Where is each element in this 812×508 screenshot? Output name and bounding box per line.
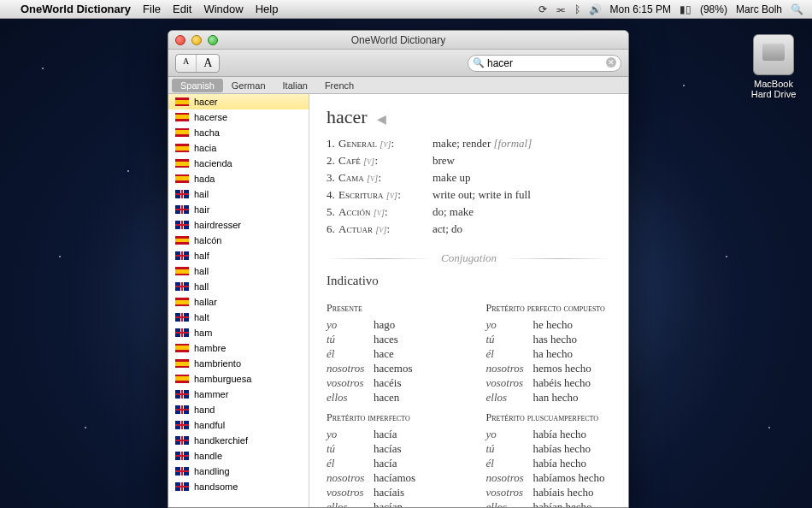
clear-search-icon[interactable]: ✕ <box>606 57 616 68</box>
list-item[interactable]: handkerchief <box>168 433 309 448</box>
close-button[interactable] <box>175 35 185 45</box>
battery-icon[interactable]: ▮▯ <box>680 3 691 15</box>
list-item[interactable]: hall <box>168 263 309 279</box>
list-item[interactable]: hall <box>168 279 309 294</box>
tab-german[interactable]: German <box>223 79 274 92</box>
list-item[interactable]: hail <box>168 186 309 202</box>
list-item[interactable]: hambriento <box>168 356 309 371</box>
pronoun: nosotros <box>327 362 374 375</box>
pronoun: vosotros <box>486 486 533 499</box>
list-item[interactable]: hacha <box>168 125 309 140</box>
def-number: 2. <box>327 154 338 168</box>
conjugation-row: vosotroshacíais <box>327 486 452 499</box>
zoom-button[interactable] <box>208 35 218 45</box>
list-item[interactable]: half <box>168 248 309 263</box>
def-label: General [v]: <box>338 137 432 151</box>
minimize-button[interactable] <box>191 35 202 45</box>
menu-help[interactable]: Help <box>256 3 279 15</box>
sync-icon[interactable]: ⟳ <box>538 3 547 15</box>
list-item-word: hambre <box>194 343 226 353</box>
bluetooth-icon[interactable]: ᛒ <box>574 3 580 15</box>
tab-french[interactable]: French <box>316 79 362 92</box>
list-item[interactable]: handsome <box>168 479 309 494</box>
spotlight-icon[interactable]: 🔍 <box>791 3 803 15</box>
desktop-drive[interactable]: MacBook Hard Drive <box>744 34 803 99</box>
verb-form: haces <box>374 333 398 346</box>
list-item[interactable]: hacienda <box>168 156 309 171</box>
list-item[interactable]: halcón <box>168 233 309 248</box>
list-item[interactable]: hallar <box>168 294 309 310</box>
list-item-word: hambriento <box>194 358 241 369</box>
def-label: Acción [v]: <box>338 205 432 219</box>
pronoun: él <box>327 457 374 470</box>
list-item[interactable]: hairdresser <box>168 217 309 233</box>
list-item[interactable]: hamburguesa <box>168 371 309 387</box>
font-larger-button[interactable]: A <box>197 55 219 72</box>
conjugation-row: nosotroshabíamos hecho <box>486 471 612 485</box>
pronoun: nosotros <box>486 471 533 485</box>
volume-icon[interactable]: 🔊 <box>589 3 602 15</box>
list-item-word: handful <box>194 420 225 430</box>
verb-form: hace <box>374 347 394 361</box>
list-item[interactable]: hada <box>168 171 309 186</box>
tab-italian[interactable]: Italian <box>274 79 316 92</box>
menu-file[interactable]: File <box>143 3 161 15</box>
menubar-user[interactable]: Marc Bolh <box>736 3 782 15</box>
list-item-word: hand <box>194 405 215 415</box>
list-item-word: handsome <box>194 481 238 492</box>
font-smaller-button[interactable]: A <box>176 55 197 72</box>
flag-gb-icon <box>175 251 189 260</box>
pronounce-icon[interactable]: ◀ <box>377 113 386 126</box>
flag-gb-icon <box>175 452 189 460</box>
word-list[interactable]: hacerhacersehachahaciahaciendahadahailha… <box>168 94 309 507</box>
titlebar[interactable]: OneWorld Dictionary <box>168 31 628 50</box>
conjugation-row: vosotroshabíais hecho <box>486 486 612 499</box>
flag-es-icon <box>175 298 189 306</box>
conjugation-row: elloshacían <box>327 500 452 507</box>
pronoun: vosotros <box>486 376 533 390</box>
list-item-word: hacha <box>194 127 220 138</box>
def-text: write out; write in full <box>432 188 531 202</box>
flag-gb-icon <box>175 313 189 322</box>
menubar-clock[interactable]: Mon 6:15 PM <box>610 3 671 15</box>
list-item-word: hada <box>194 174 215 184</box>
list-item[interactable]: hair <box>168 202 309 217</box>
search-input[interactable] <box>468 55 621 72</box>
conjugation-row: túhas hecho <box>486 333 612 346</box>
conjugation-row: túhaces <box>327 333 452 346</box>
def-text: do; make <box>432 205 474 219</box>
flag-es-icon <box>175 267 189 275</box>
list-item[interactable]: hambre <box>168 340 309 356</box>
menu-window[interactable]: Window <box>203 3 243 15</box>
list-item[interactable]: hand <box>168 402 309 417</box>
link-icon[interactable]: ⫘ <box>556 3 566 15</box>
verb-form: habíais hecho <box>533 486 594 499</box>
list-item[interactable]: handful <box>168 417 309 433</box>
list-item-word: ham <box>194 328 212 338</box>
verb-form: habían hecho <box>533 500 592 507</box>
list-item[interactable]: halt <box>168 310 309 325</box>
tab-spanish[interactable]: Spanish <box>172 79 223 92</box>
app-menu[interactable]: OneWorld Dictionary <box>21 3 131 15</box>
menu-edit[interactable]: Edit <box>173 3 191 15</box>
pronoun: vosotros <box>327 486 374 499</box>
verb-form: hacemos <box>374 362 412 375</box>
menubar-battery-pct: (98%) <box>700 3 727 15</box>
list-item[interactable]: hacerse <box>168 109 309 125</box>
list-item[interactable]: handle <box>168 448 309 464</box>
list-item[interactable]: handling <box>168 464 309 479</box>
flag-gb-icon <box>175 421 189 429</box>
verb-form: había hecho <box>533 428 586 441</box>
list-item[interactable]: hacia <box>168 140 309 156</box>
flag-gb-icon <box>175 467 189 476</box>
list-item[interactable]: hacer <box>168 94 309 109</box>
mood-heading: Indicativo <box>327 274 611 288</box>
conjugation-row: élhacía <box>327 457 452 470</box>
list-item[interactable]: ham <box>168 325 309 340</box>
entry-pane[interactable]: hacer ◀ 1.General [v]:make; render [form… <box>309 94 628 507</box>
list-item[interactable]: hammer <box>168 387 309 402</box>
def-number: 1. <box>327 137 338 151</box>
list-item-word: hacienda <box>194 158 232 168</box>
conjugation-row: yohabía hecho <box>486 428 612 441</box>
pronoun: tú <box>486 442 533 456</box>
